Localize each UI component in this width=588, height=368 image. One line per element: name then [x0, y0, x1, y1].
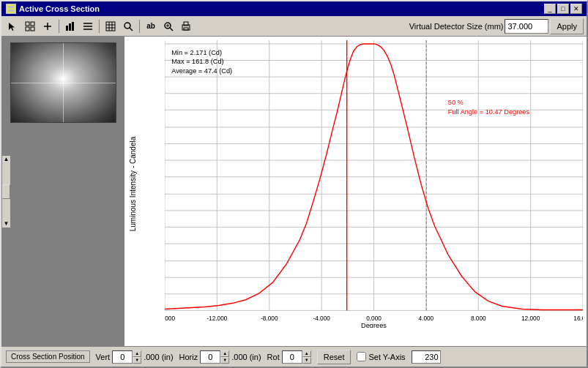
rot-spin-down[interactable]: ▼ — [302, 357, 311, 364]
svg-text:Max = 161.8 (Cd): Max = 161.8 (Cd) — [171, 57, 223, 65]
svg-marker-2 — [9, 23, 15, 31]
zoom-in-button[interactable] — [160, 18, 176, 34]
table-view-button[interactable] — [103, 18, 119, 34]
svg-text:4.000: 4.000 — [419, 315, 434, 322]
main-window: Active Cross Section _ □ ✕ — [0, 0, 588, 368]
reset-button[interactable]: Reset — [317, 350, 351, 364]
rot-group: Rot ▲ ▼ — [267, 350, 311, 364]
vert-spinner: ▲ ▼ — [112, 350, 141, 364]
vert-spin-down[interactable]: ▼ — [133, 357, 141, 364]
svg-text:Average = 47.4 (Cd): Average = 47.4 (Cd) — [171, 67, 232, 75]
toolbar-sep-2 — [99, 20, 100, 33]
window-icon — [6, 4, 16, 14]
print-button[interactable] — [178, 18, 194, 34]
svg-text:-16.000: -16.000 — [165, 315, 175, 322]
vert-spin-buttons: ▲ ▼ — [133, 350, 141, 364]
apply-button[interactable]: Apply — [550, 18, 584, 34]
y-axis-value-input[interactable] — [412, 350, 441, 364]
chart-svg: 0.00 10.00 20.00 30.00 40.00 50.00 60.00… — [165, 40, 583, 328]
chart-type-button[interactable] — [62, 18, 78, 34]
svg-text:16.000: 16.000 — [573, 315, 583, 322]
svg-rect-6 — [31, 27, 34, 31]
svg-rect-4 — [31, 22, 34, 26]
cross-section-label: Cross Section Position — [6, 350, 90, 363]
svg-text:-4.000: -4.000 — [313, 315, 330, 322]
crosshair-vertical — [63, 43, 64, 122]
vert-input[interactable] — [112, 350, 133, 364]
svg-text:12.000: 12.000 — [521, 315, 540, 322]
left-panel: ▲ ▼ — [1, 37, 124, 346]
svg-rect-28 — [184, 28, 188, 30]
left-scrollbar[interactable]: ▲ ▼ — [1, 155, 11, 228]
set-y-axis-checkbox[interactable] — [357, 352, 366, 361]
rot-label: Rot — [267, 353, 280, 361]
vert-group: Vert ▲ ▼ .000 (in) — [96, 350, 174, 364]
y-axis-label-container: Luminous Intensity - Candela — [126, 37, 141, 331]
minimize-button[interactable]: _ — [544, 4, 556, 14]
bottom-bar: Cross Section Position Vert ▲ ▼ .000 (in… — [1, 346, 587, 367]
title-bar-left: Active Cross Section — [6, 4, 100, 14]
horiz-input[interactable] — [200, 350, 220, 364]
horiz-unit: .000 (in) — [231, 353, 261, 361]
close-button[interactable]: ✕ — [570, 4, 582, 14]
svg-point-20 — [124, 23, 130, 29]
chart-area: Luminous Intensity - Candela — [124, 37, 587, 346]
svg-rect-3 — [26, 22, 29, 26]
title-bar-buttons: _ □ ✕ — [544, 4, 582, 14]
svg-text:Full Angle = 10.47 Degrees: Full Angle = 10.47 Degrees — [448, 108, 530, 116]
svg-rect-5 — [26, 27, 29, 31]
svg-line-21 — [130, 28, 133, 31]
rot-spin-buttons: ▲ ▼ — [302, 350, 311, 364]
horiz-spin-buttons: ▲ ▼ — [220, 350, 229, 364]
maximize-button[interactable]: □ — [557, 4, 569, 14]
svg-rect-11 — [72, 22, 74, 31]
set-y-axis-label: Set Y-Axis — [368, 353, 405, 361]
text-tool-button[interactable]: ab — [143, 18, 159, 34]
main-area: ▲ ▼ Luminous Intensity - Candela — [1, 37, 587, 346]
svg-text:-8.000: -8.000 — [261, 315, 278, 322]
horiz-spinner: ▲ ▼ — [200, 350, 229, 364]
rot-spin-up[interactable]: ▲ — [302, 350, 311, 357]
horiz-spin-down[interactable]: ▼ — [220, 357, 229, 364]
rot-spinner: ▲ ▼ — [282, 350, 311, 364]
toolbar-sep-1 — [59, 20, 59, 33]
svg-rect-15 — [106, 22, 115, 31]
svg-text:-12.000: -12.000 — [206, 315, 227, 322]
add-button[interactable] — [40, 18, 56, 34]
horiz-spin-up[interactable]: ▲ — [220, 350, 229, 357]
cursor-tool-button[interactable] — [4, 18, 21, 34]
search-tool-button[interactable] — [120, 18, 136, 34]
horiz-group: Horiz ▲ ▼ .000 (in) — [179, 350, 261, 364]
grid-tool-button[interactable] — [22, 18, 38, 34]
svg-rect-10 — [69, 23, 71, 31]
vert-spin-up[interactable]: ▲ — [133, 350, 141, 357]
svg-rect-9 — [66, 26, 68, 31]
svg-text:Degrees: Degrees — [361, 321, 387, 328]
svg-text:50 %: 50 % — [448, 98, 464, 106]
svg-line-23 — [170, 28, 173, 31]
vert-unit: .000 (in) — [144, 353, 173, 361]
toolbar-sep-3 — [139, 20, 140, 33]
svg-text:Min = 2.171 (Cd): Min = 2.171 (Cd) — [171, 48, 222, 56]
title-bar: Active Cross Section _ □ ✕ — [1, 1, 587, 16]
toolbar: ab Virtual Detector Size (mm) Apply — [1, 16, 587, 37]
horiz-label: Horiz — [179, 353, 198, 361]
lines-button[interactable] — [80, 18, 96, 34]
vert-label: Vert — [96, 353, 111, 361]
svg-text:8.000: 8.000 — [471, 315, 486, 322]
virtual-detector-label: Virtual Detector Size (mm) — [409, 22, 504, 31]
window-title: Active Cross Section — [19, 4, 100, 13]
rot-input[interactable] — [282, 350, 302, 364]
virtual-detector-input[interactable] — [505, 19, 548, 34]
preview-image — [10, 42, 116, 123]
y-axis-label: Luminous Intensity - Candela — [130, 137, 138, 232]
set-y-axis-group: Set Y-Axis — [357, 352, 405, 361]
